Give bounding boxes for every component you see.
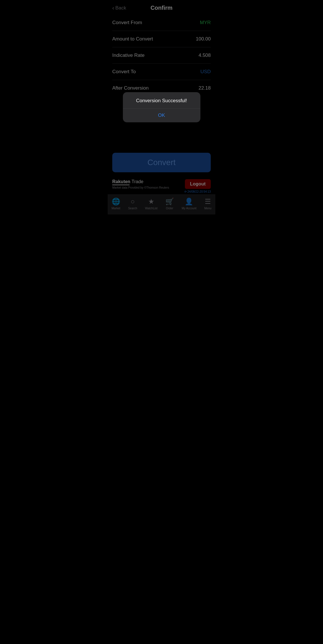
modal-message: Conversion Successful! (123, 92, 200, 109)
modal-box: Conversion Successful! OK (123, 92, 200, 122)
page-container: ‹ Back Confirm Convert From MYR Amount t… (108, 0, 215, 214)
modal-overlay: Conversion Successful! OK (108, 0, 215, 214)
modal-ok-button[interactable]: OK (123, 109, 200, 122)
